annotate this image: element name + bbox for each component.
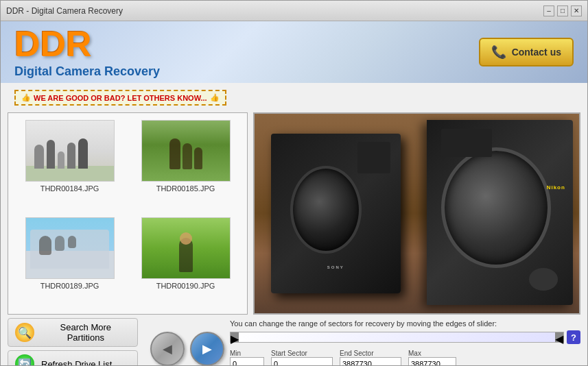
start-sector-field: Start Sector [271,350,333,366]
prev-button[interactable]: ◀ [150,332,185,366]
list-item[interactable]: THDR00189.JPG [15,217,124,308]
end-sector-input[interactable] [340,357,401,366]
search-icon: 🔍 [15,323,34,342]
max-input[interactable] [408,357,456,366]
maximize-button[interactable]: □ [557,5,568,16]
contact-icon: 📞 [491,45,506,60]
bottom-area: 🔍 Search More Partitions 🔄 Refresh Drive… [1,315,587,366]
slider-track[interactable]: ▶ ◀ [230,332,564,343]
thumbnail-label: THDR00184.JPG [40,184,99,193]
start-sector-input[interactable] [271,357,333,366]
refresh-drive-button[interactable]: 🔄 Refresh Drive List [8,350,138,366]
start-sector-label: Start Sector [271,350,333,357]
play-button[interactable]: ▶ [190,332,224,366]
app-header: DDR Digital Camera Recovery 📞 Contact us [1,21,587,83]
slider-description: You can change the range of sectors for … [230,319,580,328]
app-logo: DDR [14,26,160,62]
sector-fields: Min Start Sector End Sector Max [230,350,580,366]
list-item[interactable]: THDR00190.JPG [131,217,240,308]
app-subtitle: Digital Camera Recovery [14,64,160,79]
header-left: DDR Digital Camera Recovery [14,26,160,79]
contact-button[interactable]: 📞 Contact us [479,38,574,66]
main-content: THDR00184.JPG THDR00185.JPG [1,112,587,315]
max-label: Max [408,350,456,357]
end-sector-field: End Sector [340,350,401,366]
thumbs-icon-2: 👍 [210,93,220,102]
min-label: Min [230,350,264,357]
close-button[interactable]: ✕ [571,5,582,16]
slider-area: You can change the range of sectors for … [230,318,580,366]
nav-buttons: ◀ ▶ [150,318,224,366]
min-input[interactable] [230,357,264,366]
camera-preview: SONY Nikon [255,114,579,313]
slider-thumb-left[interactable]: ▶ [231,332,239,342]
refresh-icon: 🔄 [15,354,34,366]
list-item[interactable]: THDR00184.JPG [15,120,124,210]
title-bar: DDR - Digital Camera Recovery – □ ✕ [1,1,587,21]
search-partitions-button[interactable]: 🔍 Search More Partitions [8,318,138,347]
left-buttons: 🔍 Search More Partitions 🔄 Refresh Drive… [8,318,145,366]
slider-thumb-right[interactable]: ◀ [555,332,563,342]
min-field: Min [230,350,264,366]
end-sector-label: End Sector [340,350,401,357]
slider-track-row: ▶ ◀ ? [230,330,580,344]
thumbs-icon: 👍 [21,93,31,102]
rating-wrapper: 👍 WE ARE GOOD OR BAD? LET OTHERS KNOW...… [1,83,587,112]
window-controls: – □ ✕ [543,5,582,16]
minimize-button[interactable]: – [543,5,554,16]
thumbnail-image [25,120,115,182]
rating-banner[interactable]: 👍 WE ARE GOOD OR BAD? LET OTHERS KNOW...… [14,90,226,106]
thumbnail-image [141,217,231,279]
list-item[interactable]: THDR00185.JPG [131,120,240,210]
window-title: DDR - Digital Camera Recovery [6,6,123,16]
thumbnail-image [141,120,231,182]
thumbnail-label: THDR00190.JPG [156,282,215,290]
thumbnail-label: THDR00189.JPG [40,282,99,290]
max-field: Max [408,350,456,366]
preview-panel: SONY Nikon [253,112,580,315]
thumbnail-panel[interactable]: THDR00184.JPG THDR00185.JPG [8,112,248,315]
thumbnail-image [25,217,115,279]
help-button[interactable]: ? [567,330,580,344]
thumbnail-label: THDR00185.JPG [156,184,215,193]
